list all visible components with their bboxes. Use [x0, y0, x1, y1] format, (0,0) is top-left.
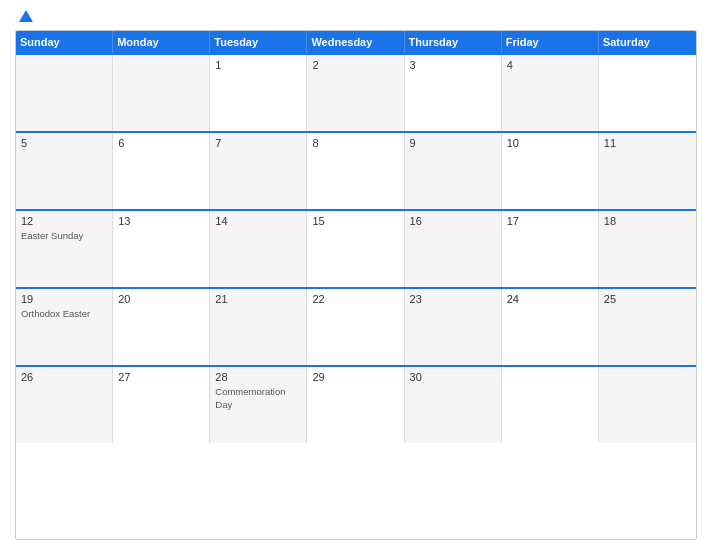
calendar-cell [599, 367, 696, 443]
day-number: 11 [604, 137, 691, 149]
calendar-cell: 14 [210, 211, 307, 287]
day-number: 23 [410, 293, 496, 305]
calendar-cell: 4 [502, 55, 599, 131]
day-number: 16 [410, 215, 496, 227]
calendar-cell: 12Easter Sunday [16, 211, 113, 287]
calendar-page: SundayMondayTuesdayWednesdayThursdayFrid… [0, 0, 712, 550]
day-number: 4 [507, 59, 593, 71]
calendar-cell: 2 [307, 55, 404, 131]
day-number: 24 [507, 293, 593, 305]
calendar-cell: 3 [405, 55, 502, 131]
calendar-cell: 10 [502, 133, 599, 209]
calendar-cell: 11 [599, 133, 696, 209]
day-number: 15 [312, 215, 398, 227]
day-number: 18 [604, 215, 691, 227]
calendar: SundayMondayTuesdayWednesdayThursdayFrid… [15, 30, 697, 540]
day-number: 28 [215, 371, 301, 383]
day-number: 19 [21, 293, 107, 305]
calendar-cell: 29 [307, 367, 404, 443]
day-number: 12 [21, 215, 107, 227]
calendar-cell: 9 [405, 133, 502, 209]
calendar-cell: 19Orthodox Easter [16, 289, 113, 365]
calendar-cell: 28Commemoration Day [210, 367, 307, 443]
day-number: 7 [215, 137, 301, 149]
event-label: Commemoration Day [215, 386, 285, 410]
calendar-cell: 21 [210, 289, 307, 365]
calendar-cell: 23 [405, 289, 502, 365]
day-number: 5 [21, 137, 107, 149]
weekday-header-saturday: Saturday [599, 31, 696, 53]
day-number: 9 [410, 137, 496, 149]
calendar-cell: 22 [307, 289, 404, 365]
calendar-cell: 18 [599, 211, 696, 287]
logo-triangle-icon [19, 10, 33, 22]
calendar-cell: 30 [405, 367, 502, 443]
calendar-cell: 1 [210, 55, 307, 131]
weekday-header-sunday: Sunday [16, 31, 113, 53]
calendar-cell: 13 [113, 211, 210, 287]
calendar-cell: 6 [113, 133, 210, 209]
calendar-week-5: 262728Commemoration Day2930 [16, 365, 696, 443]
day-number: 2 [312, 59, 398, 71]
calendar-week-1: 1234 [16, 53, 696, 131]
day-number: 26 [21, 371, 107, 383]
calendar-cell [502, 367, 599, 443]
calendar-cell: 26 [16, 367, 113, 443]
calendar-cell [113, 55, 210, 131]
calendar-cell: 8 [307, 133, 404, 209]
calendar-cell: 16 [405, 211, 502, 287]
weekday-header-thursday: Thursday [405, 31, 502, 53]
day-number: 30 [410, 371, 496, 383]
weekday-header-tuesday: Tuesday [210, 31, 307, 53]
calendar-cell: 24 [502, 289, 599, 365]
logo [15, 10, 35, 22]
day-number: 14 [215, 215, 301, 227]
event-label: Easter Sunday [21, 230, 83, 241]
day-number: 25 [604, 293, 691, 305]
weekday-header-monday: Monday [113, 31, 210, 53]
day-number: 6 [118, 137, 204, 149]
day-number: 27 [118, 371, 204, 383]
calendar-cell: 5 [16, 133, 113, 209]
calendar-cell: 25 [599, 289, 696, 365]
calendar-header: SundayMondayTuesdayWednesdayThursdayFrid… [16, 31, 696, 53]
weekday-header-friday: Friday [502, 31, 599, 53]
weekday-header-wednesday: Wednesday [307, 31, 404, 53]
calendar-body: 123456789101112Easter Sunday131415161718… [16, 53, 696, 443]
day-number: 20 [118, 293, 204, 305]
calendar-cell: 27 [113, 367, 210, 443]
calendar-cell [599, 55, 696, 131]
calendar-week-2: 567891011 [16, 131, 696, 209]
day-number: 29 [312, 371, 398, 383]
day-number: 17 [507, 215, 593, 227]
calendar-week-4: 19Orthodox Easter202122232425 [16, 287, 696, 365]
day-number: 22 [312, 293, 398, 305]
day-number: 8 [312, 137, 398, 149]
header [15, 10, 697, 22]
day-number: 21 [215, 293, 301, 305]
calendar-cell: 15 [307, 211, 404, 287]
day-number: 1 [215, 59, 301, 71]
day-number: 13 [118, 215, 204, 227]
calendar-cell: 17 [502, 211, 599, 287]
calendar-cell: 20 [113, 289, 210, 365]
calendar-cell [16, 55, 113, 131]
day-number: 10 [507, 137, 593, 149]
event-label: Orthodox Easter [21, 308, 90, 319]
day-number: 3 [410, 59, 496, 71]
calendar-cell: 7 [210, 133, 307, 209]
calendar-week-3: 12Easter Sunday131415161718 [16, 209, 696, 287]
